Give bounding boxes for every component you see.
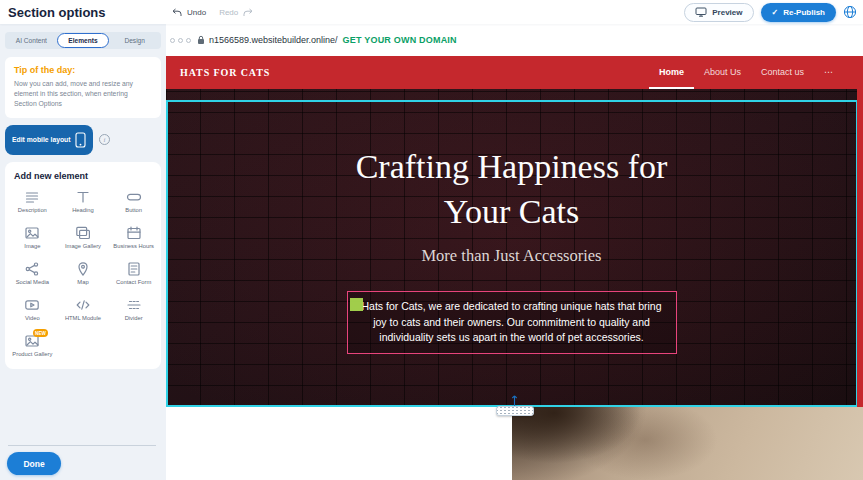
grip-handle[interactable] [496,406,534,416]
add-element-label: Social Media [16,279,49,286]
add-element-grid: Description Heading Button Image Image G… [7,189,159,359]
add-element-contact-form[interactable]: Contact Form [108,261,159,286]
site-preview: HATS FOR CATS Home About Us Contact us ⋯… [166,56,863,480]
nav-about-us[interactable]: About Us [694,56,751,89]
get-domain-link[interactable]: GET YOUR OWN DOMAIN [343,35,457,45]
redo-button[interactable]: Redo [219,8,238,17]
site-nav: Home About Us Contact us ⋯ [649,56,843,89]
tip-card: Tip of the day: Now you can add, move an… [5,57,161,118]
add-element-label: Product Gallery [12,351,52,358]
business-hours-icon [126,225,142,241]
add-element-html-module[interactable]: HTML Module [58,297,109,322]
globe-icon[interactable] [843,5,857,19]
browser-dot [186,38,191,43]
mobile-layout-row: Edit mobile layout i [5,125,161,155]
done-button[interactable]: Done [7,452,61,475]
add-element-label: Description [18,207,47,214]
add-element-label: Divider [125,315,143,322]
republish-button[interactable]: ✓ Re-Publish [761,3,836,22]
site-header[interactable]: HATS FOR CATS Home About Us Contact us ⋯ [166,56,863,89]
add-element-label: Button [125,207,142,214]
divider-icon [126,297,142,313]
history-controls: Undo Redo [172,8,253,17]
hero-title[interactable]: Crafting Happiness for Your Cats [166,145,857,235]
contact-form-icon [126,261,142,277]
video-icon [24,297,40,313]
hero-section[interactable]: Crafting Happiness for Your Cats More th… [166,89,863,407]
add-element-video[interactable]: Video [7,297,58,322]
page-title: Section options [8,5,106,20]
tab-ai-content[interactable]: AI Content [6,34,57,48]
html-module-icon [75,297,91,313]
add-element-label: Contact Form [116,279,151,286]
product-gallery-icon: NEW [24,333,40,349]
main-preview-area: n1566589.websitebuilder.online/ GET YOUR… [166,24,863,480]
section-resize-handle[interactable] [496,395,534,416]
add-element-label: HTML Module [65,315,101,322]
add-element-product-gallery[interactable]: NEW Product Gallery [7,333,58,358]
site-url: n1566589.websitebuilder.online/ [209,35,338,45]
add-element-map[interactable]: Map [58,261,109,286]
add-element-heading-item[interactable]: Heading [58,189,109,214]
preview-button[interactable]: Preview [684,3,753,22]
image-gallery-icon [75,225,91,241]
add-element-business-hours[interactable]: Business Hours [108,225,159,250]
add-element-description[interactable]: Description [7,189,58,214]
topbar: Section options Undo Redo Preview ✓ Re-P… [0,0,863,24]
hero-subtitle[interactable]: More than Just Accessories [166,246,857,266]
new-badge: NEW [33,329,49,337]
tip-heading: Tip of the day: [14,65,152,75]
element-drag-handle[interactable] [350,298,363,311]
add-element-label: Image [24,243,40,250]
undo-button[interactable]: Undo [187,8,206,17]
add-element-label: Business Hours [113,243,154,250]
add-element-label: Map [77,279,88,286]
add-element-social-media[interactable]: Social Media [7,261,58,286]
browser-dot [170,38,175,43]
edit-mobile-layout-button[interactable]: Edit mobile layout [5,125,93,155]
hero-title-line1: Crafting Happiness for [166,145,857,190]
hero-content: Crafting Happiness for Your Cats More th… [166,89,857,354]
lock-icon [197,35,205,45]
page-edge-strip [857,89,863,407]
next-section-image [512,407,863,480]
nav-contact-us[interactable]: Contact us [751,56,814,89]
heading-icon [75,189,91,205]
add-element-divider[interactable]: Divider [108,297,159,322]
map-icon [75,261,91,277]
info-icon[interactable]: i [99,134,110,145]
tab-design[interactable]: Design [109,34,160,48]
browser-dots [170,38,191,43]
next-section-text-area [166,407,512,480]
monitor-icon [695,7,707,17]
site-logo[interactable]: HATS FOR CATS [180,56,270,89]
add-element-label: Image Gallery [65,243,101,250]
undo-icon[interactable] [172,8,182,17]
button-icon [126,189,142,205]
add-element-panel: Add new element Description Heading Butt… [5,162,161,369]
nav-home[interactable]: Home [649,56,694,89]
add-element-image[interactable]: Image [7,225,58,250]
sidebar-tabs: AI Content Elements Design [5,32,161,49]
add-element-button[interactable]: Button [108,189,159,214]
image-icon [24,225,40,241]
tab-elements[interactable]: Elements [57,33,110,48]
browser-dot [178,38,183,43]
hero-paragraph-text: Hats for Cats, we are dedicated to craft… [361,300,661,344]
topbar-actions: Preview ✓ Re-Publish [684,3,857,22]
add-element-label: Heading [72,207,94,214]
preview-label: Preview [712,8,742,17]
republish-label: Re-Publish [783,8,825,17]
nav-more[interactable]: ⋯ [814,56,843,89]
redo-icon[interactable] [243,8,253,17]
hero-paragraph[interactable]: Hats for Cats, we are dedicated to craft… [347,291,677,354]
browser-bar: n1566589.websitebuilder.online/ GET YOUR… [166,24,863,56]
social-media-icon [24,261,40,277]
add-element-image-gallery[interactable]: Image Gallery [58,225,109,250]
add-element-heading: Add new element [14,171,159,181]
sidebar-divider [8,445,156,446]
next-section[interactable] [166,407,863,480]
edit-mobile-label: Edit mobile layout [12,136,71,143]
phone-icon [75,132,86,148]
description-icon [24,189,40,205]
